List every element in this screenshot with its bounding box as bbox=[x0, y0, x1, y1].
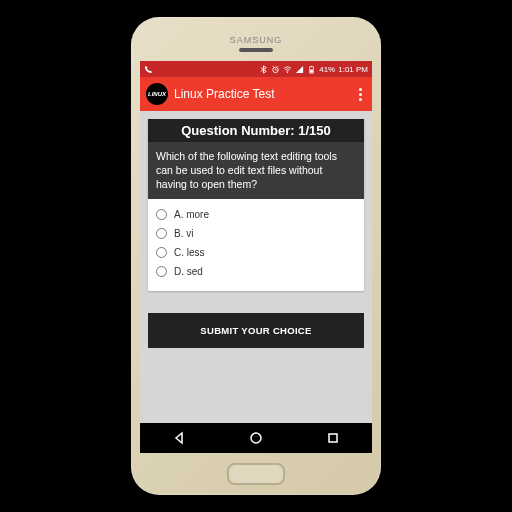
submit-button[interactable]: SUBMIT YOUR CHOICE bbox=[148, 313, 364, 348]
home-button[interactable] bbox=[227, 463, 285, 485]
bluetooth-icon bbox=[259, 65, 268, 74]
app-logo-text: LINUX bbox=[148, 91, 166, 97]
overflow-menu-icon[interactable] bbox=[355, 84, 366, 105]
earpiece-slot bbox=[239, 48, 273, 52]
app-logo: LINUX bbox=[146, 83, 168, 105]
option-a[interactable]: A. more bbox=[154, 205, 358, 224]
screen: 41% 1:01 PM LINUX Linux Practice Test Qu… bbox=[140, 61, 372, 453]
home-icon[interactable] bbox=[249, 431, 263, 445]
back-icon[interactable] bbox=[172, 431, 186, 445]
android-nav-bar bbox=[140, 423, 372, 453]
phone-frame: SAMSUNG 41% 1: bbox=[131, 17, 381, 495]
svg-point-5 bbox=[251, 433, 261, 443]
status-bar: 41% 1:01 PM bbox=[140, 61, 372, 77]
radio-icon bbox=[156, 228, 167, 239]
content-area: Question Number: 1/150 Which of the foll… bbox=[140, 111, 372, 423]
svg-rect-3 bbox=[311, 65, 313, 66]
radio-icon bbox=[156, 266, 167, 277]
options-list: A. more B. vi C. less D. sed bbox=[148, 199, 364, 291]
recents-icon[interactable] bbox=[326, 431, 340, 445]
question-number-header: Question Number: 1/150 bbox=[148, 119, 364, 142]
option-label: D. sed bbox=[174, 266, 203, 277]
option-label: A. more bbox=[174, 209, 209, 220]
option-c[interactable]: C. less bbox=[154, 243, 358, 262]
battery-icon bbox=[307, 65, 316, 74]
call-icon bbox=[144, 65, 153, 74]
option-label: C. less bbox=[174, 247, 205, 258]
battery-percent: 41% bbox=[319, 65, 335, 74]
svg-rect-6 bbox=[329, 434, 337, 442]
wifi-icon bbox=[283, 65, 292, 74]
svg-rect-4 bbox=[310, 69, 313, 72]
option-label: B. vi bbox=[174, 228, 193, 239]
app-bar: LINUX Linux Practice Test bbox=[140, 77, 372, 111]
alarm-icon bbox=[271, 65, 280, 74]
question-text: Which of the following text editing tool… bbox=[148, 142, 364, 199]
clock: 1:01 PM bbox=[338, 65, 368, 74]
app-title: Linux Practice Test bbox=[174, 87, 349, 101]
option-b[interactable]: B. vi bbox=[154, 224, 358, 243]
question-card: Question Number: 1/150 Which of the foll… bbox=[148, 119, 364, 291]
radio-icon bbox=[156, 247, 167, 258]
svg-point-1 bbox=[287, 71, 288, 72]
device-brand: SAMSUNG bbox=[230, 35, 283, 45]
signal-icon bbox=[295, 65, 304, 74]
option-d[interactable]: D. sed bbox=[154, 262, 358, 281]
radio-icon bbox=[156, 209, 167, 220]
